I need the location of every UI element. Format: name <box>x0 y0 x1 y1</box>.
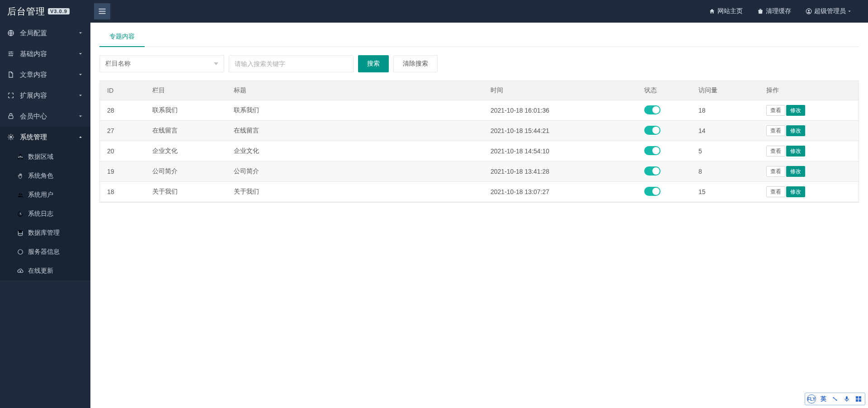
sidebar-subitem-label: 系统角色 <box>28 172 53 180</box>
cell-time: 2021-10-18 14:54:10 <box>483 141 637 161</box>
sidebar-subitem-label: 数据库管理 <box>28 229 60 237</box>
caret-down-icon <box>847 9 852 14</box>
edit-button[interactable]: 修改 <box>786 186 805 197</box>
view-button[interactable]: 查看 <box>766 186 785 197</box>
cell-id: 18 <box>100 182 145 202</box>
cell-views: 15 <box>691 182 759 202</box>
expand-icon <box>7 92 14 99</box>
sidebar-subitem-label: 服务器信息 <box>28 248 60 256</box>
sidebar-item-label: 基础内容 <box>20 50 47 58</box>
sidebar-item-label: 系统管理 <box>20 133 47 142</box>
search-input[interactable] <box>229 55 354 72</box>
ime-mic-icon[interactable] <box>842 394 851 403</box>
cell-title: 关于我们 <box>226 182 483 202</box>
view-button[interactable]: 查看 <box>766 105 785 116</box>
state-switch[interactable] <box>644 166 660 176</box>
nav-cache-label: 清理缓存 <box>766 7 791 15</box>
nav-home-link[interactable]: 网站主页 <box>702 0 750 23</box>
search-button[interactable]: 搜索 <box>358 55 389 72</box>
lock-icon <box>7 113 14 120</box>
clear-search-button[interactable]: 清除搜索 <box>393 55 438 72</box>
topbar-right: 网站主页 清理缓存 超级管理员 <box>702 0 868 23</box>
user-circle-icon <box>806 8 812 14</box>
sidebar-subitem-user[interactable]: 系统用户 <box>0 185 90 204</box>
user-menu[interactable]: 超级管理员 <box>798 0 859 23</box>
ime-toolbar[interactable]: FLY 英 <box>805 393 865 405</box>
sidebar-subitem-log[interactable]: 系统日志 <box>0 204 90 223</box>
brand[interactable]: 后台管理 V3.0.9 <box>0 0 90 23</box>
sidebar-item-article[interactable]: 文章内容 <box>0 64 90 85</box>
sidebar-item-base[interactable]: 基础内容 <box>0 43 90 64</box>
table-row: 19公司简介公司简介2021-10-18 13:41:288查看修改 <box>100 161 859 182</box>
cell-cat: 企业文化 <box>145 141 226 161</box>
state-switch[interactable] <box>644 187 660 196</box>
view-button[interactable]: 查看 <box>766 166 785 177</box>
sidebar-subitem-db[interactable]: 数据库管理 <box>0 223 90 242</box>
sidebar-subitem-server[interactable]: 服务器信息 <box>0 242 90 261</box>
cell-title: 公司简介 <box>226 161 483 182</box>
cell-id: 28 <box>100 100 145 121</box>
chevron-down-icon <box>78 30 83 36</box>
data-table: ID 栏目 标题 时间 状态 访问量 操作 28联系我们联系我们2021-10-… <box>99 81 859 203</box>
trash-icon <box>757 8 764 14</box>
th-title: 标题 <box>226 81 483 100</box>
cell-state <box>637 141 691 161</box>
th-ops: 操作 <box>759 81 859 100</box>
sidebar-item-system[interactable]: 系统管理 <box>0 127 90 147</box>
cell-id: 19 <box>100 161 145 182</box>
cell-cat: 关于我们 <box>145 182 226 202</box>
ime-dots-icon[interactable] <box>830 394 840 403</box>
edit-button[interactable]: 修改 <box>786 146 805 157</box>
view-button[interactable]: 查看 <box>766 125 785 136</box>
user-name-label: 超级管理员 <box>814 7 846 15</box>
cell-views: 14 <box>691 121 759 141</box>
state-switch[interactable] <box>644 105 660 114</box>
edit-button[interactable]: 修改 <box>786 105 805 116</box>
ime-grid-icon[interactable] <box>854 394 863 403</box>
cell-ops: 查看修改 <box>759 100 859 121</box>
cell-time: 2021-10-18 16:01:36 <box>483 100 637 121</box>
cell-title: 在线留言 <box>226 121 483 141</box>
sidebar-item-ext[interactable]: 扩展内容 <box>0 85 90 106</box>
view-button[interactable]: 查看 <box>766 146 785 157</box>
chevron-up-icon <box>78 134 83 140</box>
cell-views: 5 <box>691 141 759 161</box>
sidebar-item-label: 会员中心 <box>20 112 47 121</box>
nav-home-label: 网站主页 <box>717 7 743 15</box>
th-views: 访问量 <box>691 81 759 100</box>
sidebar-subitem-region[interactable]: 数据区域 <box>0 147 90 166</box>
cell-title: 企业文化 <box>226 141 483 161</box>
cell-state <box>637 182 691 202</box>
ime-logo-icon[interactable]: FLY <box>807 394 816 403</box>
cell-time: 2021-10-18 15:44:21 <box>483 121 637 141</box>
sidebar: 全局配置基础内容文章内容扩展内容会员中心系统管理数据区域系统角色系统用户系统日志… <box>0 23 90 408</box>
chevron-down-icon <box>78 114 83 119</box>
doc-icon <box>7 71 14 78</box>
category-select[interactable]: 栏目名称 <box>99 55 224 72</box>
chevron-down-icon <box>78 93 83 98</box>
sidebar-subitem-update[interactable]: 在线更新 <box>0 261 90 280</box>
sidebar-item-label: 扩展内容 <box>20 91 47 100</box>
cell-id: 27 <box>100 121 145 141</box>
sidebar-item-global[interactable]: 全局配置 <box>0 23 90 43</box>
brand-version: V3.0.9 <box>48 8 70 14</box>
category-select-placeholder: 栏目名称 <box>105 60 131 68</box>
cell-ops: 查看修改 <box>759 182 859 202</box>
brand-title: 后台管理 <box>7 5 45 18</box>
nav-clear-cache-link[interactable]: 清理缓存 <box>750 0 798 23</box>
ime-lang-toggle[interactable]: 英 <box>819 394 828 403</box>
table-header-row: ID 栏目 标题 时间 状态 访问量 操作 <box>100 81 859 100</box>
edit-button[interactable]: 修改 <box>786 166 805 177</box>
sidebar-toggle-button[interactable] <box>94 3 110 19</box>
state-switch[interactable] <box>644 126 660 135</box>
sidebar-subitem-role[interactable]: 系统角色 <box>0 166 90 185</box>
tab-topic-content[interactable]: 专题内容 <box>99 27 145 47</box>
sidebar-item-member[interactable]: 会员中心 <box>0 106 90 127</box>
globe-icon <box>7 29 14 37</box>
sidebar-submenu-system: 数据区域系统角色系统用户系统日志数据库管理服务器信息在线更新 <box>0 147 90 280</box>
cell-time: 2021-10-18 13:41:28 <box>483 161 637 182</box>
th-id: ID <box>100 81 145 100</box>
edit-button[interactable]: 修改 <box>786 125 805 136</box>
state-switch[interactable] <box>644 146 660 155</box>
table-row: 20企业文化企业文化2021-10-18 14:54:105查看修改 <box>100 141 859 161</box>
